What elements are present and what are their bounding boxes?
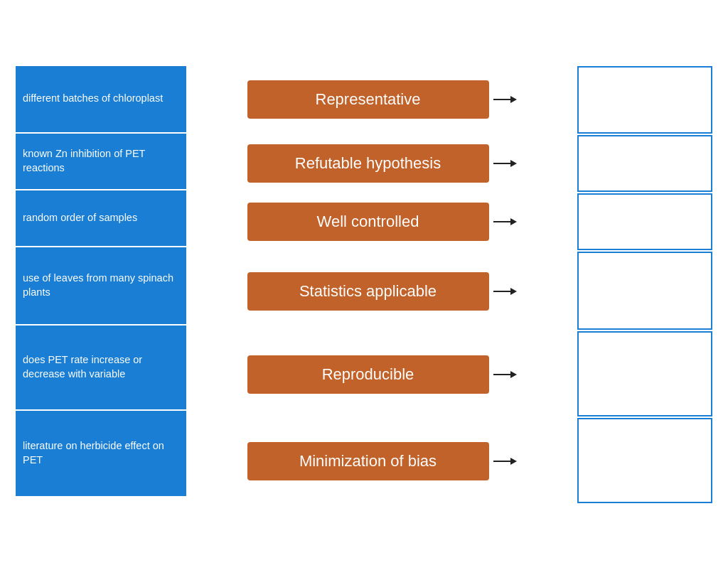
center-label-3: Statistics applicable <box>247 272 489 311</box>
right-box-2 <box>577 193 712 250</box>
right-column <box>577 66 712 505</box>
connector-1 <box>493 160 517 167</box>
center-label-0: Representative <box>247 80 489 119</box>
connector-5 <box>493 458 517 465</box>
middle-row-0: Representative <box>192 66 572 134</box>
left-column: different batches of chloroplastknown Zn… <box>16 66 186 505</box>
middle-row-1: Refutable hypothesis <box>192 135 572 192</box>
left-label-1: known Zn inhibition of PET reactions <box>16 134 186 190</box>
center-label-4: Reproducible <box>247 355 489 394</box>
right-box-0 <box>577 66 712 134</box>
center-label-5: Minimization of bias <box>247 442 489 480</box>
center-label-2: Well controlled <box>247 203 489 241</box>
diagram: different batches of chloroplastknown Zn… <box>16 66 712 505</box>
center-label-1: Refutable hypothesis <box>247 144 489 183</box>
right-box-1 <box>577 135 712 192</box>
connector-3 <box>493 288 517 295</box>
middle-column: RepresentativeRefutable hypothesisWell c… <box>186 66 577 505</box>
middle-row-2: Well controlled <box>192 193 572 250</box>
left-label-0: different batches of chloroplast <box>16 66 186 134</box>
middle-row-3: Statistics applicable <box>192 252 572 330</box>
connector-2 <box>493 218 517 225</box>
right-box-5 <box>577 418 712 503</box>
connector-4 <box>493 371 517 378</box>
middle-row-4: Reproducible <box>192 332 572 417</box>
middle-row-5: Minimization of bias <box>192 419 572 504</box>
right-box-4 <box>577 331 712 416</box>
left-label-4: does PET rate increase or decrease with … <box>16 326 186 411</box>
connector-0 <box>493 96 517 103</box>
right-box-3 <box>577 252 712 330</box>
left-label-2: random order of samples <box>16 190 186 247</box>
left-label-5: literature on herbicide effect on PET <box>16 411 186 496</box>
left-label-3: use of leaves from many spinach plants <box>16 247 186 326</box>
